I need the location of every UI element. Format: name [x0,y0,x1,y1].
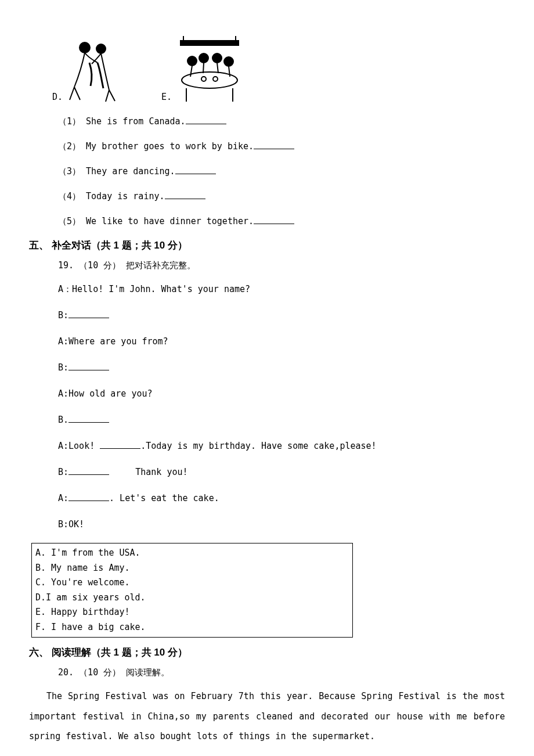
match-num: （5） [58,216,81,226]
reading-para-2: On the eve of the Spring Festival, we ha… [29,751,505,757]
reading-para-1: The Spring Festival was on February 7th … [29,686,505,747]
dialog-text: Thank you! [109,467,187,477]
answer-blank[interactable] [68,466,109,475]
svg-point-9 [224,57,233,66]
image-option-row: D. E. [52,35,505,105]
match-text: Today is rainy. [81,191,165,201]
match-text: She is from Canada. [81,116,186,127]
answer-blank[interactable] [68,361,109,370]
image-option-d: D. [52,35,127,105]
answer-blank[interactable] [68,309,109,318]
svg-point-8 [212,53,222,63]
match-num: （2） [58,141,81,152]
answer-blank[interactable] [254,215,294,224]
dialog-line-b5: B:OK! [58,517,505,532]
section-6-heading: 六、 阅读理解（共 1 题；共 10 分） [29,646,505,659]
dialog-line-b2: B: [58,360,505,376]
svg-point-6 [187,56,197,66]
matching-list: （1） She is from Canada. （2） My brother g… [29,114,505,229]
dialog-line-b4: B: Thank you! [58,465,505,480]
dialog-text: A:Look! [58,441,100,451]
match-text: My brother goes to work by bike. [81,141,254,152]
answer-blank[interactable] [68,492,109,501]
answer-blank[interactable] [254,140,294,149]
dialog-line-a1: A：Hello! I'm John. What's your name? [58,282,505,297]
dialog-text: .Today is my birthday. Have some cake,pl… [140,441,376,451]
dialog-line-b3: B. [58,412,505,428]
match-text: They are dancing. [81,166,175,177]
dialog-line-a4: A:Look! .Today is my birthday. Have some… [58,438,505,454]
match-item-4: （4） Today is rainy. [58,189,505,204]
option-e: E. Happy birthday! [35,605,349,620]
family-dinner-icon [172,35,247,105]
section-5-heading: 五、 补全对话（共 1 题；共 10 分） [29,239,505,252]
answer-blank[interactable] [186,115,226,124]
svg-point-7 [199,53,208,63]
answer-blank[interactable] [100,440,140,449]
dialog-line-a2: A:Where are you from? [58,334,505,350]
option-a: A. I'm from the USA. [35,546,349,561]
match-item-5: （5） We like to have dinner together. [58,214,505,229]
dialog-text: . Let's eat the cake. [109,493,219,503]
image-label-e: E. [161,92,172,102]
match-num: （1） [58,116,81,127]
option-b: B. My name is Amy. [35,561,349,576]
option-f: F. I have a big cake. [35,620,349,635]
svg-point-0 [80,42,90,53]
dialog-line-a5: A:. Let's eat the cake. [58,491,505,506]
section-5-intro: 19. （10 分） 把对话补充完整。 [58,260,505,271]
match-text: We like to have dinner together. [81,216,254,226]
dialog-options-box: A. I'm from the USA. B. My name is Amy. … [31,543,353,638]
dialog-speaker: B: [58,310,68,321]
match-item-3: （3） They are dancing. [58,164,505,179]
dialog-speaker: B. [58,415,68,425]
match-num: （3） [58,166,81,177]
dialog-line-a3: A:How old are you? [58,386,505,402]
dialog-line-b1: B: [58,308,505,323]
option-c: C. You're welcome. [35,575,349,591]
dancing-couple-icon [63,35,127,105]
image-option-e: E. [161,35,247,105]
image-label-d: D. [52,92,63,102]
svg-point-1 [96,44,106,53]
svg-rect-2 [181,41,239,45]
match-item-1: （1） She is from Canada. [58,114,505,129]
match-item-2: （2） My brother goes to work by bike. [58,139,505,154]
match-num: （4） [58,191,81,201]
option-d: D.I am six years old. [35,591,349,606]
answer-blank[interactable] [165,190,205,199]
dialog-speaker: B: [58,467,68,477]
dialog-speaker: A: [58,493,68,503]
section-6-intro: 20. （10 分） 阅读理解。 [58,667,505,678]
answer-blank[interactable] [68,413,109,423]
answer-blank[interactable] [175,165,216,174]
dialog-speaker: B: [58,362,68,373]
